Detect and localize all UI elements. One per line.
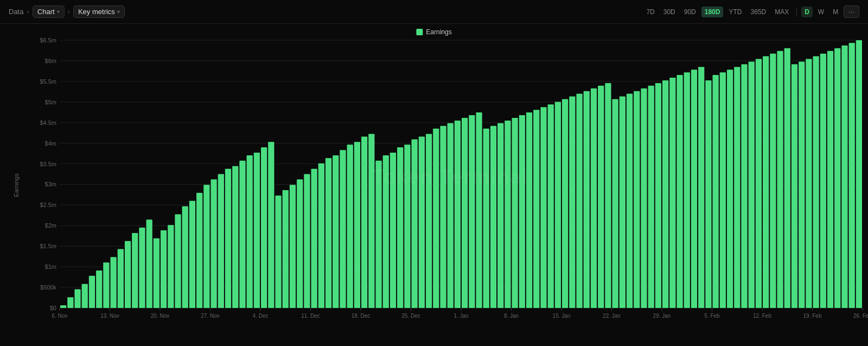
svg-text:8. Jan: 8. Jan bbox=[504, 313, 519, 319]
svg-rect-132 bbox=[806, 59, 812, 308]
chart-pill-label: Chart bbox=[37, 8, 55, 16]
breadcrumb-sep-1: › bbox=[27, 8, 29, 16]
svg-rect-70 bbox=[361, 136, 367, 308]
svg-rect-47 bbox=[196, 193, 202, 308]
breadcrumb-data[interactable]: Data bbox=[9, 8, 23, 16]
svg-text:25. Dec: 25. Dec bbox=[401, 313, 420, 319]
key-metrics-label: Key metrics bbox=[78, 8, 115, 16]
btn-ytd[interactable]: YTD bbox=[725, 7, 745, 17]
y-axis-label: Earnings bbox=[13, 173, 20, 197]
breadcrumb-sep-2: › bbox=[68, 8, 70, 16]
svg-rect-44 bbox=[175, 214, 181, 308]
btn-30d[interactable]: 30D bbox=[660, 7, 679, 17]
svg-rect-64 bbox=[318, 163, 324, 308]
svg-rect-37 bbox=[125, 241, 131, 308]
svg-rect-54 bbox=[247, 155, 253, 308]
svg-rect-123 bbox=[741, 64, 747, 308]
svg-rect-127 bbox=[770, 54, 776, 308]
svg-rect-31 bbox=[82, 284, 88, 308]
svg-rect-39 bbox=[139, 228, 145, 308]
btn-180d[interactable]: 180D bbox=[701, 7, 724, 17]
svg-rect-38 bbox=[132, 233, 138, 308]
svg-text:$4.5m: $4.5m bbox=[40, 119, 56, 126]
svg-rect-135 bbox=[827, 51, 833, 308]
svg-text:$3.5m: $3.5m bbox=[40, 161, 56, 167]
key-metrics-pill[interactable]: Key metrics ▾ bbox=[73, 5, 125, 18]
svg-rect-109 bbox=[641, 89, 647, 308]
svg-rect-87 bbox=[483, 129, 489, 308]
svg-rect-78 bbox=[419, 136, 425, 308]
svg-rect-41 bbox=[154, 238, 159, 308]
svg-rect-102 bbox=[591, 89, 597, 308]
breadcrumb-nav: Data › Chart ▾ › Key metrics ▾ bbox=[9, 5, 125, 18]
svg-rect-77 bbox=[411, 139, 417, 308]
svg-rect-42 bbox=[161, 230, 167, 308]
svg-text:$5m: $5m bbox=[45, 99, 56, 105]
svg-rect-112 bbox=[662, 80, 668, 308]
svg-rect-51 bbox=[225, 169, 231, 308]
chart-chevron-icon: ▾ bbox=[57, 9, 60, 15]
svg-rect-95 bbox=[540, 107, 546, 308]
svg-rect-59 bbox=[283, 190, 289, 308]
btn-90d[interactable]: 90D bbox=[681, 7, 699, 17]
svg-rect-124 bbox=[749, 61, 755, 308]
svg-text:$500k: $500k bbox=[40, 284, 56, 291]
svg-rect-122 bbox=[734, 67, 740, 308]
svg-rect-75 bbox=[397, 147, 403, 308]
svg-text:26. Feb: 26. Feb bbox=[853, 313, 868, 319]
svg-rect-129 bbox=[784, 48, 790, 308]
svg-text:11. Dec: 11. Dec bbox=[301, 313, 320, 319]
svg-rect-46 bbox=[189, 201, 195, 308]
btn-monthly[interactable]: M bbox=[829, 7, 841, 17]
svg-text:$3m: $3m bbox=[45, 181, 56, 187]
key-metrics-chevron-icon: ▾ bbox=[117, 9, 120, 15]
svg-rect-94 bbox=[533, 110, 539, 308]
svg-rect-48 bbox=[203, 185, 209, 308]
svg-text:4. Dec: 4. Dec bbox=[253, 313, 269, 319]
svg-rect-115 bbox=[684, 72, 690, 308]
btn-365d[interactable]: 365D bbox=[747, 7, 769, 17]
btn-weekly[interactable]: W bbox=[815, 7, 827, 17]
svg-rect-43 bbox=[168, 225, 174, 308]
svg-rect-86 bbox=[476, 112, 482, 308]
svg-rect-88 bbox=[490, 126, 496, 308]
svg-rect-100 bbox=[576, 94, 582, 308]
svg-rect-29 bbox=[67, 297, 73, 308]
more-options-button[interactable]: ··· bbox=[844, 5, 859, 18]
svg-rect-66 bbox=[333, 155, 339, 308]
svg-rect-121 bbox=[727, 70, 733, 308]
svg-rect-58 bbox=[275, 196, 281, 308]
svg-rect-67 bbox=[340, 150, 346, 308]
svg-rect-130 bbox=[792, 64, 797, 308]
svg-text:$6.5m: $6.5m bbox=[40, 37, 56, 43]
svg-text:22. Jan: 22. Jan bbox=[603, 313, 621, 319]
svg-rect-125 bbox=[756, 59, 762, 308]
svg-rect-52 bbox=[232, 166, 238, 308]
btn-daily[interactable]: D bbox=[801, 7, 813, 17]
svg-rect-81 bbox=[440, 126, 446, 308]
svg-rect-45 bbox=[182, 206, 188, 308]
svg-rect-99 bbox=[569, 97, 575, 308]
svg-text:$2m: $2m bbox=[45, 222, 56, 229]
svg-rect-68 bbox=[347, 144, 353, 308]
svg-text:19. Feb: 19. Feb bbox=[803, 313, 822, 319]
chart-pill[interactable]: Chart ▾ bbox=[33, 5, 65, 18]
svg-rect-65 bbox=[326, 158, 331, 308]
svg-rect-97 bbox=[555, 102, 561, 308]
svg-rect-96 bbox=[548, 104, 554, 308]
svg-rect-69 bbox=[354, 142, 360, 308]
svg-rect-80 bbox=[433, 129, 439, 308]
svg-rect-118 bbox=[705, 80, 711, 308]
svg-rect-61 bbox=[297, 179, 303, 308]
svg-rect-106 bbox=[620, 97, 626, 308]
svg-rect-117 bbox=[698, 67, 704, 308]
svg-rect-34 bbox=[103, 262, 109, 308]
btn-7d[interactable]: 7D bbox=[643, 7, 658, 17]
svg-rect-98 bbox=[562, 99, 568, 308]
btn-max[interactable]: MAX bbox=[771, 7, 792, 17]
svg-rect-114 bbox=[676, 75, 682, 308]
svg-text:$4m: $4m bbox=[45, 140, 56, 147]
svg-rect-76 bbox=[404, 144, 410, 308]
header: Data › Chart ▾ › Key metrics ▾ 7D 30D 90… bbox=[0, 0, 868, 24]
svg-rect-72 bbox=[375, 161, 381, 308]
